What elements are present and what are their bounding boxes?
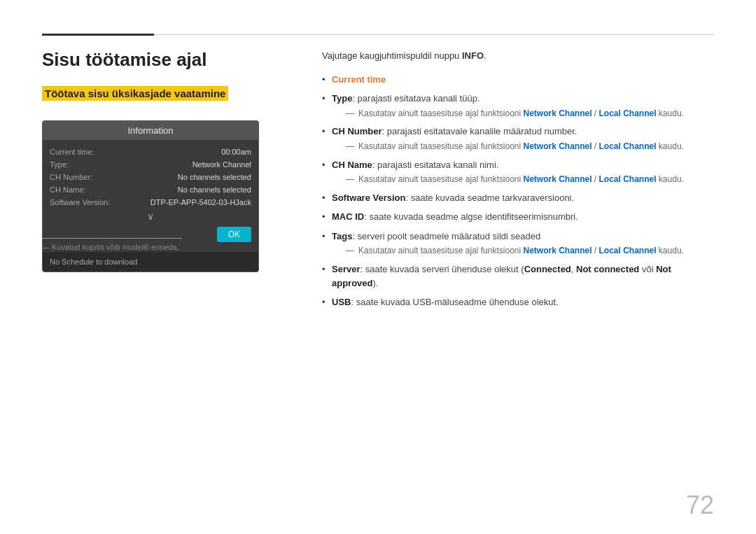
list-item-mac-id: MAC ID: saate kuvada seadme algse identi…	[322, 210, 714, 224]
list-item-usb: USB: saate kuvada USB-mäluseadme ühendus…	[322, 295, 714, 309]
local-channel-ref2: Local Channel	[599, 141, 657, 151]
dialog-row-sw-version: Software Version: DTP-EP-APP-5402-03-HJa…	[50, 196, 251, 209]
text-server2: ,	[571, 264, 576, 274]
sub-note-type: Kasutatav ainult taasesituse ajal funkts…	[332, 108, 714, 120]
dialog-label-ch-name: CH Name:	[50, 185, 113, 194]
term-tags: Tags	[332, 231, 352, 241]
network-channel-ref: Network Channel	[523, 108, 592, 118]
dialog-chevron-icon: ∨	[50, 209, 251, 224]
left-column: Sisu töötamise ajal Töötava sisu üksikas…	[42, 49, 308, 272]
dialog-value-type: Network Channel	[192, 160, 251, 169]
dialog-row-ch-number: CH Number: No channels selected	[50, 171, 251, 183]
dialog-value-time: 00:00am	[221, 148, 251, 156]
dialog-value-sw-version: DTP-EP-APP-5402-03-HJack	[150, 198, 251, 206]
page-title: Sisu töötamise ajal	[42, 49, 308, 71]
term-current-time: Current time	[332, 74, 386, 85]
sub-note-tags: Kasutatav ainult taasesituse ajal funkts…	[332, 245, 714, 257]
local-channel-ref3: Local Channel	[599, 174, 657, 184]
term-ch-number: CH Number	[332, 126, 382, 136]
intro-suffix: .	[484, 50, 486, 61]
dialog-value-ch-number: No channels selected	[178, 173, 251, 181]
footnote-text: — Kuvatud kujutis võib mudeliti erineda.	[42, 243, 308, 251]
bullet-list: Current time Type: parajasti esitatava k…	[322, 73, 714, 309]
dialog-row-type: Type: Network Channel	[50, 158, 251, 171]
not-connected-status: Not connected	[576, 264, 639, 274]
list-item-type: Type: parajasti esitatava kanali tüüp. K…	[322, 92, 714, 119]
text-server3: või	[639, 264, 656, 274]
local-channel-ref: Local Channel	[599, 108, 657, 118]
sub-note-ch-number: Kasutatav ainult taasesituse ajal funkts…	[332, 141, 714, 153]
footnote-divider	[42, 238, 182, 239]
text-mac-id: : saate kuvada seadme algse identifitsee…	[364, 211, 578, 222]
sub-note-ch-name: Kasutatav ainult taasesituse ajal funkts…	[332, 174, 714, 185]
intro-text: Vajutage kaugjuhtimispuldil nuppu INFO.	[322, 49, 714, 63]
dialog-label-ch-number: CH Number:	[50, 173, 113, 181]
text-server4: ).	[373, 278, 379, 288]
dialog-title: Information	[43, 121, 258, 140]
intro-prefix: Vajutage kaugjuhtimispuldil nuppu	[322, 50, 462, 61]
text-sw-version: : saate kuvada seadme tarkvaraversiooni.	[405, 192, 574, 203]
dialog-row-time: Current time: 00:00am	[50, 146, 251, 158]
sub-note-type-text: Kasutatav ainult taasesituse ajal funkts…	[358, 108, 684, 120]
page-number: 72	[686, 491, 714, 520]
top-line-thin	[154, 34, 714, 35]
term-usb: USB	[332, 297, 351, 307]
footnote-area: — Kuvatud kujutis võib mudeliti erineda.	[42, 238, 308, 251]
dialog-body: Current time: 00:00am Type: Network Chan…	[43, 140, 258, 251]
info-keyword: INFO	[462, 50, 484, 61]
list-item-ch-name: CH Name: parajasti esitatava kanali nimi…	[322, 158, 714, 185]
term-server: Server	[332, 264, 360, 274]
connected-status: Connected	[524, 264, 571, 274]
main-content: Sisu töötamise ajal Töötava sisu üksikas…	[42, 49, 714, 492]
top-line-accent	[42, 34, 154, 36]
text-ch-number: : parajasti esitatavale kanalile määratu…	[382, 126, 578, 136]
sub-note-ch-name-text: Kasutatav ainult taasesituse ajal funkts…	[358, 174, 684, 185]
network-channel-ref3: Network Channel	[523, 174, 592, 184]
dialog-row-ch-name: CH Name: No channels selected	[50, 183, 251, 196]
dialog-label-sw-version: Software Version:	[50, 198, 113, 206]
dialog-label-time: Current time:	[50, 148, 113, 156]
section-label: Töötava sisu üksikasjade vaatamine	[42, 86, 228, 101]
list-item-tags: Tags: serveri poolt seadmele määratud si…	[322, 230, 714, 257]
term-mac-id: MAC ID	[332, 211, 364, 222]
text-ch-name: : parajasti esitatava kanali nimi.	[372, 160, 499, 170]
dialog-value-ch-name: No channels selected	[178, 185, 251, 194]
sub-note-tags-text: Kasutatav ainult taasesituse ajal funkts…	[358, 245, 684, 257]
local-channel-ref4: Local Channel	[599, 246, 657, 255]
term-type: Type	[332, 93, 352, 104]
list-item-server: Server: saate kuvada serveri ühenduse ol…	[322, 262, 714, 290]
term-sw-version: Software Version	[332, 192, 405, 203]
list-item-ch-number: CH Number: parajasti esitatavale kanalil…	[322, 125, 714, 152]
top-decorative-lines	[42, 34, 714, 36]
network-channel-ref4: Network Channel	[523, 246, 592, 255]
list-item-current-time: Current time	[322, 73, 714, 87]
text-type: : parajasti esitatava kanali tüüp.	[352, 93, 479, 104]
text-server: : saate kuvada serveri ühenduse olekut (	[360, 264, 524, 274]
text-tags: : serveri poolt seadmele määratud sildi …	[352, 231, 540, 241]
dialog-label-type: Type:	[50, 160, 113, 169]
term-ch-name: CH Name	[332, 160, 372, 170]
right-column: Vajutage kaugjuhtimispuldil nuppu INFO. …	[322, 49, 714, 315]
text-usb: : saate kuvada USB-mäluseadme ühenduse o…	[351, 297, 558, 307]
sub-note-ch-number-text: Kasutatav ainult taasesituse ajal funkts…	[358, 141, 684, 153]
network-channel-ref2: Network Channel	[523, 141, 592, 151]
list-item-sw-version: Software Version: saate kuvada seadme ta…	[322, 191, 714, 205]
dialog-schedule: No Schedule to download	[43, 252, 258, 272]
